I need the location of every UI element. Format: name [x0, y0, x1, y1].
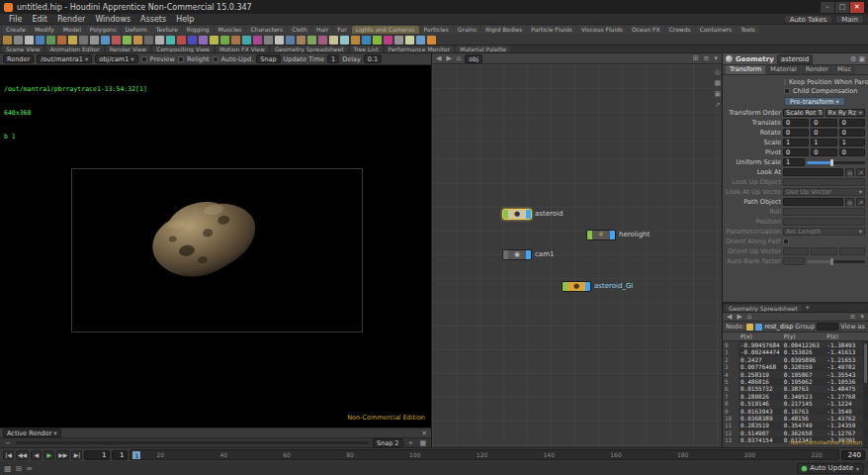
table-row[interactable]: 9 0.0163943 0.16763 -1.3549	[723, 408, 868, 415]
take-selector[interactable]: Main	[835, 15, 864, 24]
grid-icon[interactable]: ▦	[4, 464, 12, 473]
pane-tab[interactable]: Material Palette	[456, 46, 510, 52]
orient-up-y-field[interactable]	[811, 247, 836, 255]
snapshot-grid-icon[interactable]: ▦	[418, 439, 427, 447]
shelf-tab[interactable]: Polygons	[86, 26, 121, 34]
shelf-tool-icon[interactable]	[373, 36, 382, 45]
ss-options-icon[interactable]: ▾	[859, 313, 865, 321]
shelf-tab[interactable]: Cloth	[288, 26, 311, 34]
shelf-tool-icon[interactable]	[242, 36, 251, 45]
tab-material[interactable]: Material	[766, 65, 800, 74]
shelf-tab[interactable]: Tools	[737, 26, 759, 34]
shelf-tool-icon[interactable]	[427, 36, 436, 45]
spreadsheet-pane-tab[interactable]: Geometry Spreadsheet	[725, 305, 802, 312]
add-pane-tab-icon[interactable]: +	[804, 304, 812, 312]
net-tool-icon[interactable]: ◎	[714, 68, 721, 76]
layout-icon[interactable]: ⊞	[16, 464, 23, 473]
shelf-tab[interactable]: Grains	[454, 26, 480, 34]
shelf-tab[interactable]: Texture	[152, 26, 182, 34]
parameterization-dropdown[interactable]: Arc Length	[783, 228, 865, 236]
table-row[interactable]: 0 -0.90457684 0.00412263 -1.38493	[723, 341, 868, 348]
net-list-icon[interactable]: ≡	[703, 54, 711, 62]
shelf-tool-icon[interactable]	[394, 36, 403, 45]
table-row[interactable]: 12 0.514907 0.362658 -1.12767	[723, 429, 868, 436]
shelf-tab[interactable]: Crowds	[665, 26, 695, 34]
menu-item[interactable]: Assets	[135, 15, 171, 24]
shelf-tool-icon[interactable]	[123, 36, 131, 45]
orient-up-x-field[interactable]	[783, 247, 809, 255]
look-up-object-field[interactable]	[783, 178, 865, 186]
pin-icon[interactable]: ▣	[858, 55, 865, 63]
table-row[interactable]: 7 0.280826 0.349523 -1.27768	[723, 393, 868, 400]
op-jump-icon[interactable]: ↗	[856, 198, 865, 206]
maximize-button[interactable]: ▢	[835, 2, 849, 13]
scale-z-field[interactable]: 1	[839, 139, 865, 146]
shelf-tab[interactable]: Ocean FX	[628, 26, 664, 34]
shelf-tool-icon[interactable]	[297, 36, 305, 45]
pane-tab[interactable]: Scene View	[2, 46, 43, 52]
ss-list-icon[interactable]: ≡	[849, 313, 857, 321]
relight-checkbox[interactable]	[178, 56, 184, 62]
timeline-ruler[interactable]: 1 20406080100120140160180200220	[130, 449, 839, 460]
net-tool-icon[interactable]: ▣	[714, 90, 721, 98]
shelf-tool-icon[interactable]	[199, 36, 208, 45]
next-keyframe-button[interactable]: ▶▶	[56, 450, 69, 460]
render-viewport[interactable]: /out/mantra1/pbrraytrace1-13:54:32[1] 64…	[0, 65, 431, 428]
table-row[interactable]: 4 0.258319 0.195867 -1.35543	[723, 371, 868, 378]
render-button[interactable]: Render	[3, 54, 34, 63]
shelf-tab[interactable]: Fur	[333, 26, 350, 34]
node-herolight[interactable]: ☼ herolight	[586, 229, 650, 240]
table-row[interactable]: 5 0.486816 0.195062 -1.10536	[723, 378, 868, 385]
shelf-tool-icon[interactable]	[3, 36, 12, 45]
shelf-tool-icon[interactable]	[46, 36, 55, 45]
menu-item[interactable]: Render	[52, 15, 90, 24]
table-row[interactable]: 1 -0.00244474 0.153026 -1.41613	[723, 348, 868, 355]
shelf-tool-icon[interactable]	[329, 36, 338, 45]
tab-transform[interactable]: Transform	[726, 65, 765, 74]
op-pick-icon[interactable]: ◎	[845, 168, 854, 176]
node-asteroid[interactable]: ● asteroid	[502, 208, 563, 220]
orient-up-z-field[interactable]	[839, 247, 865, 255]
frame-marker[interactable]: 1	[132, 451, 140, 460]
pane-tab[interactable]: Animation Editor	[45, 46, 103, 52]
minimize-button[interactable]: –	[821, 2, 834, 13]
list-icon[interactable]: ≡	[26, 464, 33, 473]
shelf-tab[interactable]: Rigid Bodies	[481, 26, 526, 34]
pane-tab[interactable]: Geometry Spreadsheet	[271, 46, 348, 52]
shelf-tab[interactable]: Viscous Fluids	[577, 26, 627, 34]
shelf-tab[interactable]: Modify	[31, 26, 58, 34]
pretransform-button[interactable]: Pre-transform	[784, 97, 845, 106]
ss-forward-icon[interactable]: ▶	[736, 313, 742, 321]
network-path-crumb[interactable]: obj	[465, 54, 482, 63]
node-display-flag[interactable]	[610, 231, 615, 239]
node-display-flag[interactable]	[526, 210, 531, 219]
table-row[interactable]: 2 0.2427 0.0395896 -1.21653	[723, 356, 868, 363]
shelf-tab[interactable]: Model	[59, 26, 85, 34]
shelf-tool-icon[interactable]	[220, 36, 229, 45]
net-layout-icon[interactable]: ⊞	[692, 54, 700, 62]
pivot-y-field[interactable]: 0	[811, 148, 836, 156]
scale-y-field[interactable]: 1	[811, 139, 836, 146]
shelf-tool-icon[interactable]	[275, 36, 284, 45]
translate-x-field[interactable]: 0	[783, 119, 809, 127]
nav-home-icon[interactable]: ⌂	[456, 54, 462, 62]
range-end-field[interactable]: 240	[841, 450, 865, 460]
rot-order-dropdown[interactable]: Rx Ry Rz	[825, 109, 866, 117]
menu-item[interactable]: Windows	[90, 15, 135, 24]
rop-selector[interactable]: /out/mantra1	[37, 54, 92, 63]
shelf-tool-icon[interactable]	[68, 36, 77, 45]
shelf-tool-icon[interactable]	[14, 36, 23, 45]
update-time-field[interactable]: 1	[327, 54, 339, 63]
pane-tab[interactable]: Performance Monitor	[385, 46, 455, 52]
node-cam1[interactable]: ◉ cam1	[502, 248, 554, 260]
auto-update-selector[interactable]: Auto Update ▾	[797, 463, 864, 474]
table-row[interactable]: 10 0.0368389 0.48156 -1.43762	[723, 415, 868, 422]
pane-tab[interactable]: Compositing View	[152, 46, 214, 52]
shelf-tool-icon[interactable]	[133, 36, 142, 45]
play-backward-button[interactable]: ◀	[31, 450, 42, 460]
shelf-tool-icon[interactable]	[101, 36, 110, 45]
pane-tab[interactable]: Tree List	[350, 46, 383, 52]
shelf-tool-icon[interactable]	[405, 36, 414, 45]
camera-selector[interactable]: obj/cam1	[95, 54, 137, 63]
spreadsheet-scrollbar[interactable]	[863, 341, 868, 447]
